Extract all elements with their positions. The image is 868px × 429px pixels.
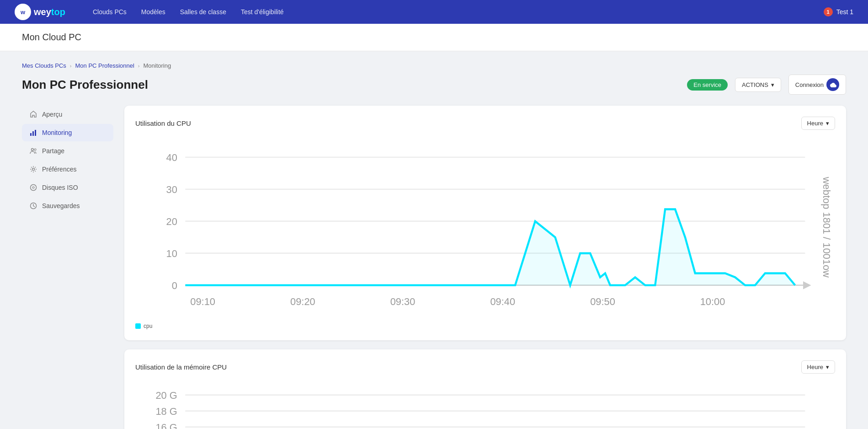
- sidebar-label-sauvegardes: Sauvegardes: [42, 202, 80, 209]
- cpu-legend-label: cpu: [144, 323, 152, 329]
- svg-text:09:40: 09:40: [490, 296, 515, 307]
- nav-test-eligibilite[interactable]: Test d'éligibilité: [241, 8, 284, 16]
- bar-chart-icon: [29, 129, 37, 137]
- sidebar-label-disques-iso: Disques ISO: [42, 184, 78, 191]
- logo-top: top: [51, 7, 65, 17]
- sidebar-item-apercu[interactable]: Aperçu: [22, 106, 113, 123]
- charts-area: Utilisation du CPU Heure ▾: [124, 106, 846, 429]
- breadcrumb-mon-pc[interactable]: Mon PC Professionnel: [75, 62, 134, 69]
- logo-wey: wey: [34, 7, 51, 17]
- breadcrumb: Mes Clouds PCs › Mon PC Professionnel › …: [22, 62, 846, 69]
- svg-point-4: [34, 149, 36, 150]
- cpu-time-label: Heure: [807, 120, 823, 127]
- cpu-chart-header: Utilisation du CPU Heure ▾: [135, 117, 835, 130]
- sidebar-item-monitoring[interactable]: Monitoring: [22, 124, 113, 141]
- svg-text:10: 10: [166, 248, 177, 259]
- cpu-chart-card: Utilisation du CPU Heure ▾: [124, 106, 846, 340]
- pc-header: Mon PC Professionnel En service ACTIONS …: [22, 75, 846, 95]
- user-name: Test 1: [836, 8, 853, 16]
- memory-chart-title: Utilisation de la mémoire CPU: [135, 363, 227, 371]
- sidebar: Aperçu Monitoring: [22, 106, 113, 429]
- sidebar-item-sauvegardes[interactable]: Sauvegardes: [22, 197, 113, 214]
- svg-text:09:50: 09:50: [590, 296, 615, 307]
- svg-point-5: [32, 168, 35, 171]
- memory-chart-container: 20 G 18 G 16 G 14 G 12 G 10 G 8 G 6 G 4 …: [135, 381, 835, 429]
- breadcrumb-sep-1: ›: [70, 63, 72, 69]
- chevron-down-icon-cpu: ▾: [826, 120, 829, 127]
- user-badge[interactable]: 1 Test 1: [824, 7, 853, 16]
- logo[interactable]: w weytop: [15, 4, 65, 20]
- memory-chart-header: Utilisation de la mémoire CPU Heure ▾: [135, 360, 835, 374]
- home-icon: [29, 110, 37, 118]
- svg-text:09:30: 09:30: [390, 296, 415, 307]
- main-content: Mes Clouds PCs › Mon PC Professionnel › …: [0, 51, 868, 429]
- svg-rect-0: [30, 133, 32, 136]
- svg-rect-2: [35, 130, 36, 136]
- svg-point-6: [31, 185, 37, 191]
- settings-icon: [29, 165, 37, 173]
- sidebar-label-apercu: Aperçu: [42, 111, 62, 118]
- breadcrumb-monitoring: Monitoring: [144, 62, 171, 69]
- cloud-icon: [826, 78, 839, 91]
- connexion-button[interactable]: Connexion: [788, 75, 846, 95]
- svg-text:20 G: 20 G: [155, 390, 177, 401]
- actions-button[interactable]: ACTIONS ▾: [735, 78, 781, 92]
- nav-modeles[interactable]: Modèles: [141, 8, 165, 16]
- sidebar-label-monitoring: Monitoring: [42, 129, 72, 136]
- cpu-chart-container: 40 30 20 10 0 09:10 09:20 09:30 09:40 09…: [135, 137, 835, 319]
- clock-icon: [29, 202, 37, 210]
- nav-clouds-pcs[interactable]: Clouds PCs: [93, 8, 127, 16]
- nav-salles-de-classe[interactable]: Salles de classe: [180, 8, 226, 16]
- cpu-legend-dot: [135, 323, 141, 329]
- sidebar-item-preferences[interactable]: Préférences: [22, 161, 113, 178]
- status-badge: En service: [687, 79, 728, 91]
- svg-text:16 G: 16 G: [155, 422, 177, 429]
- svg-text:09:10: 09:10: [190, 296, 215, 307]
- sidebar-item-disques-iso[interactable]: Disques ISO: [22, 179, 113, 196]
- disc-icon: [29, 183, 37, 192]
- breadcrumb-mes-clouds[interactable]: Mes Clouds PCs: [22, 62, 66, 69]
- svg-text:18 G: 18 G: [155, 406, 177, 417]
- main-nav: Clouds PCs Modèles Salles de classe Test…: [93, 8, 284, 16]
- svg-text:20: 20: [166, 216, 177, 227]
- sidebar-item-partage[interactable]: Partage: [22, 142, 113, 160]
- notification-count[interactable]: 1: [824, 7, 833, 16]
- sidebar-label-preferences: Préférences: [42, 166, 76, 173]
- main-header: w weytop Clouds PCs Modèles Salles de cl…: [0, 0, 868, 24]
- svg-point-3: [32, 149, 34, 151]
- page-title-bar: Mon Cloud PC: [0, 24, 868, 51]
- svg-point-7: [32, 187, 34, 188]
- svg-text:0: 0: [172, 280, 177, 291]
- users-icon: [29, 147, 37, 155]
- pc-title: Mon PC Professionnel: [22, 78, 680, 92]
- breadcrumb-sep-2: ›: [138, 63, 140, 69]
- svg-text:10:00: 10:00: [700, 296, 725, 307]
- sidebar-label-partage: Partage: [42, 147, 64, 155]
- chevron-down-icon-mem: ▾: [826, 364, 829, 370]
- svg-text:30: 30: [166, 184, 177, 195]
- svg-text:webtop 1801 / 1001ow: webtop 1801 / 1001ow: [821, 177, 832, 278]
- memory-chart-card: Utilisation de la mémoire CPU Heure ▾: [124, 349, 846, 429]
- page-title: Mon Cloud PC: [22, 32, 846, 43]
- cpu-time-select[interactable]: Heure ▾: [801, 117, 835, 130]
- cpu-chart-legend: cpu: [135, 323, 835, 329]
- svg-text:40: 40: [166, 152, 177, 163]
- svg-text:09:20: 09:20: [290, 296, 315, 307]
- chevron-down-icon: ▾: [771, 81, 774, 88]
- memory-chart-svg: 20 G 18 G 16 G 14 G 12 G 10 G 8 G 6 G 4 …: [135, 381, 835, 429]
- cpu-chart-svg: 40 30 20 10 0 09:10 09:20 09:30 09:40 09…: [135, 137, 835, 317]
- memory-time-label: Heure: [807, 364, 823, 370]
- content-layout: Aperçu Monitoring: [22, 106, 846, 429]
- logo-circle: w: [15, 4, 31, 20]
- svg-marker-26: [803, 281, 811, 289]
- memory-time-select[interactable]: Heure ▾: [801, 360, 835, 374]
- svg-rect-1: [32, 131, 34, 136]
- cpu-chart-title: Utilisation du CPU: [135, 119, 191, 127]
